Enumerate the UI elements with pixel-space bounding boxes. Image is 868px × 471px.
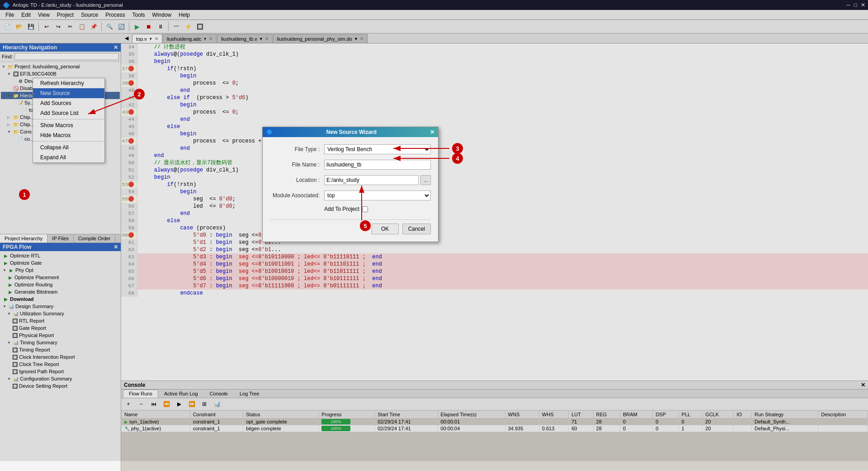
- location-label: Location :: [270, 177, 324, 183]
- dialog-close-btn[interactable]: ✕: [430, 129, 434, 135]
- browse-btn[interactable]: ...: [420, 175, 431, 185]
- location-input[interactable]: [324, 175, 419, 185]
- dialog-body: File Type : Verilog Test Bench Verilog V…: [263, 137, 438, 242]
- location-browse-row: ...: [324, 175, 431, 185]
- file-type-row: File Type : Verilog Test Bench Verilog V…: [270, 144, 431, 154]
- file-type-label: File Type :: [270, 146, 324, 152]
- module-select[interactable]: top: [324, 190, 431, 200]
- dialog-title-icon: 🔷: [266, 129, 273, 135]
- location-row: Location : ...: [270, 175, 431, 185]
- add-to-project-row: Add To Project: [324, 206, 431, 212]
- file-type-select[interactable]: Verilog Test Bench Verilog VHDL Constrai…: [324, 144, 431, 154]
- dialog-title: 🔷 New Source Wizard ✕: [263, 127, 438, 137]
- add-to-project-label: Add To Project: [324, 206, 359, 212]
- dialog-ok-btn[interactable]: OK: [372, 224, 399, 234]
- module-row: Module Associated: top: [270, 190, 431, 200]
- module-label: Module Associated:: [270, 192, 324, 199]
- dialog-buttons: OK Cancel: [270, 219, 431, 234]
- file-name-row: File Name :: [270, 160, 431, 170]
- new-source-dialog: 🔷 New Source Wizard ✕ File Type : Verilo…: [262, 127, 439, 242]
- file-name-label: File Name :: [270, 162, 324, 168]
- dialog-title-text: New Source Wizard: [326, 129, 377, 135]
- file-name-input[interactable]: [324, 160, 431, 170]
- dialog-cancel-btn[interactable]: Cancel: [402, 224, 431, 234]
- add-to-project-checkbox[interactable]: [362, 206, 368, 212]
